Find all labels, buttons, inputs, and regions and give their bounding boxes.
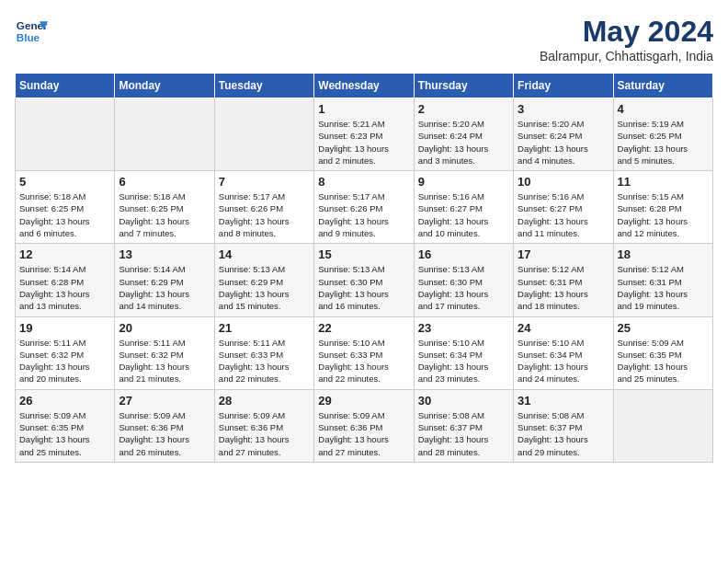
weekday-header-sunday: Sunday <box>16 74 115 98</box>
day-number: 10 <box>518 175 609 189</box>
day-info: Sunrise: 5:21 AMSunset: 6:23 PMDaylight:… <box>318 118 409 167</box>
day-cell-7: 7Sunrise: 5:17 AMSunset: 6:26 PMDaylight… <box>214 171 313 244</box>
day-cell-3: 3Sunrise: 5:20 AMSunset: 6:24 PMDaylight… <box>514 98 613 171</box>
title-block: May 2024 Balrampur, Chhattisgarh, India <box>540 15 713 63</box>
weekday-header-thursday: Thursday <box>414 74 513 98</box>
day-info: Sunrise: 5:18 AMSunset: 6:25 PMDaylight:… <box>119 190 210 239</box>
day-info: Sunrise: 5:10 AMSunset: 6:34 PMDaylight:… <box>518 337 609 385</box>
day-info: Sunrise: 5:20 AMSunset: 6:24 PMDaylight:… <box>418 118 509 167</box>
weekday-header-wednesday: Wednesday <box>314 74 414 98</box>
day-info: Sunrise: 5:08 AMSunset: 6:37 PMDaylight:… <box>418 409 509 458</box>
day-info: Sunrise: 5:09 AMSunset: 6:36 PMDaylight:… <box>318 409 409 458</box>
day-number: 14 <box>219 247 310 261</box>
day-cell-16: 16Sunrise: 5:13 AMSunset: 6:30 PMDayligh… <box>414 244 513 316</box>
week-row-1: 1Sunrise: 5:21 AMSunset: 6:23 PMDaylight… <box>16 98 713 171</box>
day-info: Sunrise: 5:09 AMSunset: 6:35 PMDaylight:… <box>19 409 110 458</box>
weekday-header-monday: Monday <box>115 74 214 98</box>
day-info: Sunrise: 5:18 AMSunset: 6:25 PMDaylight:… <box>19 190 110 239</box>
day-cell-27: 27Sunrise: 5:09 AMSunset: 6:36 PMDayligh… <box>115 389 214 462</box>
weekday-header-saturday: Saturday <box>613 74 712 98</box>
day-cell-28: 28Sunrise: 5:09 AMSunset: 6:36 PMDayligh… <box>214 389 313 462</box>
day-number: 16 <box>418 247 509 261</box>
day-number: 23 <box>418 321 509 335</box>
week-row-2: 5Sunrise: 5:18 AMSunset: 6:25 PMDaylight… <box>16 171 713 244</box>
day-info: Sunrise: 5:09 AMSunset: 6:36 PMDaylight:… <box>219 409 310 458</box>
day-cell-11: 11Sunrise: 5:15 AMSunset: 6:28 PMDayligh… <box>613 171 712 244</box>
day-number: 4 <box>618 102 709 116</box>
day-info: Sunrise: 5:13 AMSunset: 6:29 PMDaylight:… <box>219 263 310 312</box>
day-number: 27 <box>119 394 210 408</box>
day-info: Sunrise: 5:14 AMSunset: 6:29 PMDaylight:… <box>119 263 210 312</box>
day-number: 21 <box>219 321 310 335</box>
day-info: Sunrise: 5:16 AMSunset: 6:27 PMDaylight:… <box>518 190 609 239</box>
day-cell-6: 6Sunrise: 5:18 AMSunset: 6:25 PMDaylight… <box>115 171 214 244</box>
day-info: Sunrise: 5:14 AMSunset: 6:28 PMDaylight:… <box>19 263 110 312</box>
day-info: Sunrise: 5:17 AMSunset: 6:26 PMDaylight:… <box>318 190 409 239</box>
day-number: 26 <box>19 394 110 408</box>
day-info: Sunrise: 5:10 AMSunset: 6:33 PMDaylight:… <box>318 337 409 385</box>
day-info: Sunrise: 5:10 AMSunset: 6:34 PMDaylight:… <box>418 337 509 385</box>
empty-cell <box>214 98 313 171</box>
day-number: 30 <box>418 394 509 408</box>
day-cell-14: 14Sunrise: 5:13 AMSunset: 6:29 PMDayligh… <box>214 244 313 316</box>
day-number: 28 <box>219 394 310 408</box>
location: Balrampur, Chhattisgarh, India <box>540 49 713 63</box>
day-cell-20: 20Sunrise: 5:11 AMSunset: 6:32 PMDayligh… <box>115 316 214 389</box>
day-number: 24 <box>518 321 609 335</box>
day-cell-2: 2Sunrise: 5:20 AMSunset: 6:24 PMDaylight… <box>414 98 513 171</box>
day-cell-23: 23Sunrise: 5:10 AMSunset: 6:34 PMDayligh… <box>414 316 513 389</box>
day-number: 6 <box>119 175 210 189</box>
day-cell-31: 31Sunrise: 5:08 AMSunset: 6:37 PMDayligh… <box>514 389 613 462</box>
day-cell-1: 1Sunrise: 5:21 AMSunset: 6:23 PMDaylight… <box>314 98 414 171</box>
day-number: 5 <box>19 175 110 189</box>
day-cell-12: 12Sunrise: 5:14 AMSunset: 6:28 PMDayligh… <box>16 244 115 316</box>
day-number: 13 <box>119 247 210 261</box>
weekday-header-friday: Friday <box>514 74 613 98</box>
day-number: 29 <box>318 394 409 408</box>
day-info: Sunrise: 5:09 AMSunset: 6:35 PMDaylight:… <box>618 337 709 385</box>
svg-text:Blue: Blue <box>17 31 40 43</box>
day-cell-26: 26Sunrise: 5:09 AMSunset: 6:35 PMDayligh… <box>16 389 115 462</box>
day-number: 25 <box>618 321 709 335</box>
day-cell-22: 22Sunrise: 5:10 AMSunset: 6:33 PMDayligh… <box>314 316 414 389</box>
day-number: 2 <box>418 102 509 116</box>
empty-cell <box>16 98 115 171</box>
day-number: 9 <box>418 175 509 189</box>
logo: General Blue <box>15 15 48 48</box>
day-number: 20 <box>119 321 210 335</box>
day-info: Sunrise: 5:15 AMSunset: 6:28 PMDaylight:… <box>618 190 709 239</box>
day-number: 22 <box>318 321 409 335</box>
day-info: Sunrise: 5:16 AMSunset: 6:27 PMDaylight:… <box>418 190 509 239</box>
day-cell-8: 8Sunrise: 5:17 AMSunset: 6:26 PMDaylight… <box>314 171 414 244</box>
weekday-header-row: SundayMondayTuesdayWednesdayThursdayFrid… <box>16 74 713 98</box>
empty-cell <box>613 389 712 462</box>
calendar-table: SundayMondayTuesdayWednesdayThursdayFrid… <box>15 73 713 463</box>
page-header: General Blue May 2024 Balrampur, Chhatti… <box>15 15 713 63</box>
day-info: Sunrise: 5:08 AMSunset: 6:37 PMDaylight:… <box>518 409 609 458</box>
week-row-5: 26Sunrise: 5:09 AMSunset: 6:35 PMDayligh… <box>16 389 713 462</box>
day-info: Sunrise: 5:19 AMSunset: 6:25 PMDaylight:… <box>618 118 709 167</box>
day-cell-5: 5Sunrise: 5:18 AMSunset: 6:25 PMDaylight… <box>16 171 115 244</box>
day-info: Sunrise: 5:09 AMSunset: 6:36 PMDaylight:… <box>119 409 210 458</box>
week-row-4: 19Sunrise: 5:11 AMSunset: 6:32 PMDayligh… <box>16 316 713 389</box>
day-cell-29: 29Sunrise: 5:09 AMSunset: 6:36 PMDayligh… <box>314 389 414 462</box>
day-cell-19: 19Sunrise: 5:11 AMSunset: 6:32 PMDayligh… <box>16 316 115 389</box>
day-number: 11 <box>618 175 709 189</box>
day-info: Sunrise: 5:13 AMSunset: 6:30 PMDaylight:… <box>318 263 409 312</box>
day-cell-9: 9Sunrise: 5:16 AMSunset: 6:27 PMDaylight… <box>414 171 513 244</box>
day-info: Sunrise: 5:13 AMSunset: 6:30 PMDaylight:… <box>418 263 509 312</box>
day-cell-25: 25Sunrise: 5:09 AMSunset: 6:35 PMDayligh… <box>613 316 712 389</box>
month-year: May 2024 <box>540 15 713 49</box>
day-info: Sunrise: 5:12 AMSunset: 6:31 PMDaylight:… <box>518 263 609 312</box>
day-number: 7 <box>219 175 310 189</box>
day-info: Sunrise: 5:11 AMSunset: 6:32 PMDaylight:… <box>119 337 210 385</box>
day-cell-21: 21Sunrise: 5:11 AMSunset: 6:33 PMDayligh… <box>214 316 313 389</box>
day-cell-17: 17Sunrise: 5:12 AMSunset: 6:31 PMDayligh… <box>514 244 613 316</box>
day-cell-10: 10Sunrise: 5:16 AMSunset: 6:27 PMDayligh… <box>514 171 613 244</box>
day-info: Sunrise: 5:12 AMSunset: 6:31 PMDaylight:… <box>618 263 709 312</box>
day-cell-24: 24Sunrise: 5:10 AMSunset: 6:34 PMDayligh… <box>514 316 613 389</box>
weekday-header-tuesday: Tuesday <box>214 74 313 98</box>
day-info: Sunrise: 5:11 AMSunset: 6:32 PMDaylight:… <box>19 337 110 385</box>
day-number: 18 <box>618 247 709 261</box>
empty-cell <box>115 98 214 171</box>
